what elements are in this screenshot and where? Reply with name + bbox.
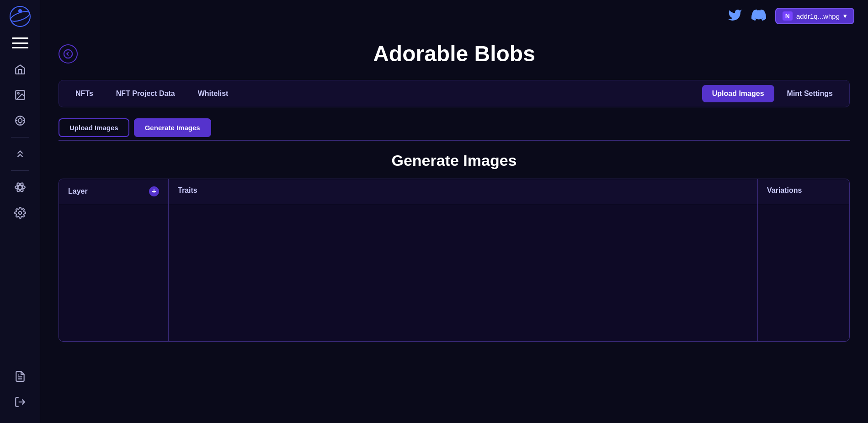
back-button[interactable]: [59, 44, 78, 63]
sidebar-item-target[interactable]: [8, 109, 32, 132]
wallet-address: addr1q...whpg: [796, 12, 840, 20]
menu-icon[interactable]: [12, 37, 28, 48]
sidebar-item-chevrons-up[interactable]: [8, 142, 32, 166]
page-title: Adorable Blobs: [373, 41, 535, 66]
page-area: Adorable Blobs NFTs NFT Project Data Whi…: [40, 32, 868, 423]
table-col-variations-header: Variations: [758, 179, 849, 204]
sidebar-item-settings[interactable]: [8, 201, 32, 225]
sidebar-item-grid[interactable]: [8, 175, 32, 199]
table-col-traits-header: Traits: [169, 179, 758, 204]
variations-col-label: Variations: [767, 186, 802, 194]
sidebar-item-docs[interactable]: [8, 365, 32, 388]
network-badge: N: [783, 11, 793, 21]
svg-point-6: [18, 119, 22, 123]
table-header-row: Layer + Traits Variations: [59, 179, 849, 204]
header: N addr1q...whpg ▾: [40, 0, 868, 32]
sidebar-divider-2: [11, 170, 29, 171]
table-body-variations: [758, 204, 849, 341]
section-title: Generate Images: [59, 152, 850, 169]
tab-nft-project-data[interactable]: NFT Project Data: [106, 85, 185, 102]
sub-tab-divider: [59, 140, 850, 141]
sidebar-item-image[interactable]: [8, 83, 32, 107]
table-body-traits: [169, 204, 758, 341]
tab-whitelist[interactable]: Whitelist: [188, 85, 239, 102]
page-title-row: Adorable Blobs: [59, 41, 850, 66]
sidebar-bottom: [8, 365, 32, 418]
traits-col-label: Traits: [178, 186, 197, 194]
sidebar-item-export[interactable]: [8, 390, 32, 414]
main-content: N addr1q...whpg ▾ Adorable Blobs NFTs NF…: [40, 0, 868, 423]
wallet-button[interactable]: N addr1q...whpg ▾: [775, 8, 854, 24]
sub-tab-bar: Upload Images Generate Images: [59, 118, 850, 137]
table-col-layer-header: Layer +: [59, 179, 169, 204]
wallet-chevron: ▾: [843, 12, 847, 20]
tab-bar: NFTs NFT Project Data Whitelist Upload I…: [59, 80, 850, 107]
sidebar-divider-1: [11, 137, 29, 137]
sidebar-nav: [8, 58, 32, 365]
twitter-icon[interactable]: [728, 8, 742, 24]
tab-nfts[interactable]: NFTs: [65, 85, 103, 102]
sub-tab-generate-images[interactable]: Generate Images: [134, 118, 211, 137]
header-icons: N addr1q...whpg ▾: [728, 8, 854, 24]
tab-mint-settings[interactable]: Mint Settings: [777, 85, 843, 102]
add-layer-button[interactable]: +: [149, 186, 159, 196]
sidebar: [0, 0, 40, 423]
logo[interactable]: [8, 5, 32, 28]
svg-point-14: [18, 212, 21, 215]
sub-tab-upload-images[interactable]: Upload Images: [59, 118, 129, 137]
svg-point-11: [15, 185, 25, 190]
table-body: [59, 204, 849, 341]
svg-point-2: [18, 9, 22, 13]
table-body-layer: [59, 204, 169, 341]
layer-col-label: Layer: [68, 187, 88, 196]
svg-point-18: [64, 49, 72, 58]
sidebar-item-home[interactable]: [8, 58, 32, 81]
svg-point-4: [17, 93, 19, 94]
generate-table: Layer + Traits Variations: [59, 179, 850, 342]
tab-upload-images[interactable]: Upload Images: [702, 85, 774, 102]
discord-icon[interactable]: [751, 8, 766, 24]
